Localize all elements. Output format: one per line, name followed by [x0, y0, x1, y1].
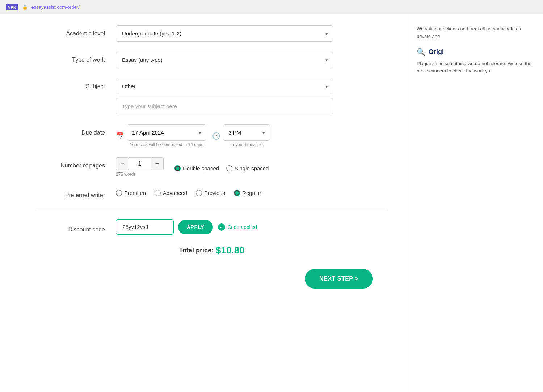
previous-writer-option[interactable]: Previous [196, 190, 225, 196]
url-path: /order/ [66, 4, 80, 10]
date-select[interactable]: 17 April 2024 18 April 2024 19 April 202… [127, 124, 206, 141]
apply-button[interactable]: APPLY [178, 220, 213, 234]
previous-writer-label: Previous [204, 190, 225, 196]
type-of-work-label: Type of work [36, 52, 116, 63]
academic-level-label: Academic level [36, 25, 116, 37]
time-hint: In your timezone [223, 142, 270, 147]
pages-row: Number of pages − + 275 words Double spa… [36, 157, 387, 177]
words-hint: 275 words [116, 172, 136, 177]
discount-label: Discount code [36, 221, 116, 233]
total-label: Total price: [179, 247, 214, 254]
sidebar-intro-text: We value our clients and treat all perso… [417, 25, 536, 41]
date-group: 17 April 2024 18 April 2024 19 April 202… [127, 124, 206, 147]
lock-icon: 🔒 [22, 4, 28, 10]
calendar-icon: 📅 [116, 132, 124, 140]
due-date-row: Due date 📅 17 April 2024 18 April 2024 1… [36, 124, 387, 147]
pages-value-input[interactable] [129, 157, 151, 170]
code-applied-indicator: ✓ Code applied [218, 223, 257, 231]
discount-row: Discount code APPLY ✓ Code applied [36, 219, 387, 235]
subject-select[interactable]: Other Mathematics English History Scienc… [116, 78, 333, 94]
due-date-fields: 📅 17 April 2024 18 April 2024 19 April 2… [116, 124, 333, 147]
url-static: essayassist.com [31, 4, 66, 10]
date-hint: Your task will be completed in 14 days [127, 142, 206, 147]
date-picker-wrapper: 📅 17 April 2024 18 April 2024 19 April 2… [116, 124, 206, 147]
sidebar-heading: 🔍 Origi [417, 48, 536, 56]
next-step-button[interactable]: NEXT STEP > [305, 269, 373, 289]
url-bar: essayassist.com/order/ [31, 4, 80, 10]
academic-level-select[interactable]: Undergraduate (yrs. 1-2) Undergraduate (… [116, 25, 333, 42]
advanced-writer-label: Advanced [163, 190, 187, 196]
single-spaced-label: Single spaced [235, 165, 269, 171]
single-spaced-option[interactable]: Single spaced [226, 165, 269, 171]
pages-controls: − + [116, 157, 164, 170]
total-price-row: Total price: $10.80 [36, 245, 387, 256]
pages-plus-button[interactable]: + [151, 157, 164, 170]
subject-select-wrapper: Other Mathematics English History Scienc… [116, 78, 333, 94]
date-select-wrapper: 17 April 2024 18 April 2024 19 April 202… [127, 124, 206, 141]
time-group: 1 PM 2 PM 3 PM 4 PM 5 PM 6 PM ▾ In your … [223, 124, 270, 147]
regular-writer-label: Regular [242, 190, 261, 196]
subject-field: Other Mathematics English History Scienc… [116, 78, 333, 114]
double-spaced-radio[interactable] [174, 165, 181, 171]
type-of-work-row: Type of work Essay (any type) Research p… [36, 52, 387, 68]
search-icon: 🔍 [417, 48, 426, 56]
discount-code-input[interactable] [116, 219, 174, 235]
subject-text-input[interactable] [116, 98, 333, 114]
sidebar: We value our clients and treat all perso… [409, 14, 543, 392]
discount-controls: APPLY ✓ Code applied [116, 219, 257, 235]
next-step-wrapper: NEXT STEP > [36, 269, 387, 289]
single-spaced-radio[interactable] [226, 165, 232, 171]
due-date-label: Due date [36, 124, 116, 136]
check-circle-icon: ✓ [218, 223, 225, 231]
pages-label: Number of pages [36, 157, 116, 169]
time-select[interactable]: 1 PM 2 PM 3 PM 4 PM 5 PM 6 PM [223, 124, 270, 141]
advanced-writer-option[interactable]: Advanced [155, 190, 187, 196]
main-content: Academic level Undergraduate (yrs. 1-2) … [0, 14, 409, 392]
previous-writer-radio[interactable] [196, 190, 202, 196]
academic-level-row: Academic level Undergraduate (yrs. 1-2) … [36, 25, 387, 42]
total-price-value: $10.80 [216, 245, 245, 256]
browser-bar: VPN 🔒 essayassist.com/order/ [0, 0, 543, 14]
double-spaced-label: Double spaced [183, 165, 219, 171]
pages-minus-button[interactable]: − [116, 157, 129, 170]
subject-row: Subject Other Mathematics English Histor… [36, 78, 387, 114]
code-applied-text: Code applied [227, 224, 257, 230]
premium-writer-option[interactable]: Premium [116, 190, 146, 196]
sidebar-body-text: Plagiarism is something we do not tolera… [417, 60, 536, 75]
clock-icon: 🕐 [212, 132, 220, 140]
spacing-options: Double spaced Single spaced [174, 163, 269, 171]
writer-options: Premium Advanced Previous Regular [116, 190, 261, 196]
writer-label: Preferred writer [36, 187, 116, 199]
academic-level-select-wrapper: Undergraduate (yrs. 1-2) Undergraduate (… [116, 25, 333, 42]
advanced-writer-radio[interactable] [155, 190, 161, 196]
time-select-wrapper: 1 PM 2 PM 3 PM 4 PM 5 PM 6 PM ▾ [223, 124, 270, 141]
regular-writer-option[interactable]: Regular [234, 190, 261, 196]
regular-writer-radio[interactable] [234, 190, 240, 196]
type-of-work-select-wrapper: Essay (any type) Research paper Coursewo… [116, 52, 333, 68]
vpn-badge: VPN [6, 4, 18, 10]
premium-writer-radio[interactable] [116, 190, 122, 196]
pages-controls-wrapper: − + 275 words Double spaced Single space… [116, 157, 269, 177]
divider [36, 209, 387, 209]
pages-stepper-group: − + 275 words [116, 157, 164, 177]
double-spaced-option[interactable]: Double spaced [174, 165, 219, 171]
page-wrapper: Academic level Undergraduate (yrs. 1-2) … [0, 14, 543, 392]
subject-label: Subject [36, 78, 116, 90]
type-of-work-select[interactable]: Essay (any type) Research paper Coursewo… [116, 52, 333, 68]
writer-row: Preferred writer Premium Advanced Previo… [36, 187, 387, 199]
sidebar-heading-text: Origi [429, 48, 444, 56]
time-icon-wrap: 🕐 1 PM 2 PM 3 PM 4 PM 5 PM 6 PM ▾ [212, 124, 270, 147]
type-of-work-field: Essay (any type) Research paper Coursewo… [116, 52, 333, 68]
academic-level-field: Undergraduate (yrs. 1-2) Undergraduate (… [116, 25, 333, 42]
premium-writer-label: Premium [124, 190, 146, 196]
